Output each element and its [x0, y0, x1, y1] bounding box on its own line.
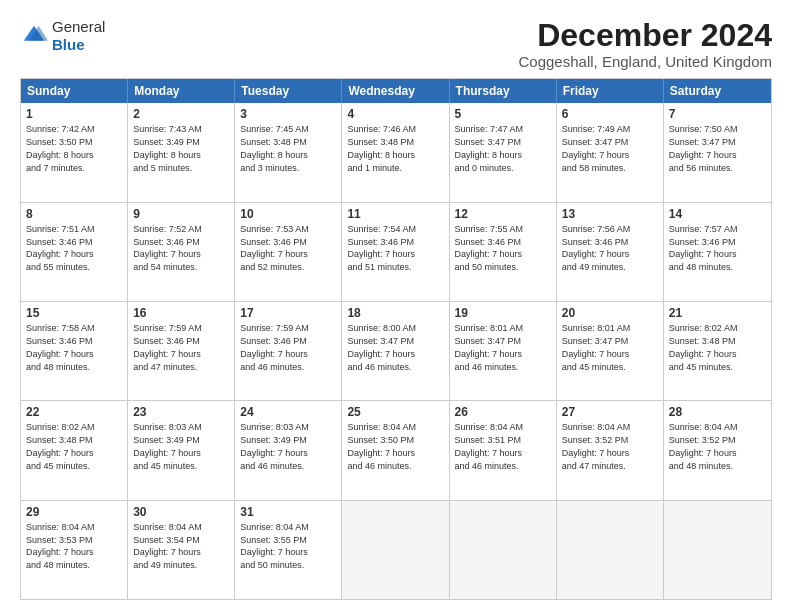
day-number: 26 — [455, 404, 551, 420]
cell-info: Sunrise: 8:02 AM Sunset: 3:48 PM Dayligh… — [669, 323, 738, 371]
cell-info: Sunrise: 8:03 AM Sunset: 3:49 PM Dayligh… — [133, 422, 202, 470]
calendar-week-2: 8Sunrise: 7:51 AM Sunset: 3:46 PM Daylig… — [21, 203, 771, 302]
cell-info: Sunrise: 8:04 AM Sunset: 3:53 PM Dayligh… — [26, 522, 95, 570]
calendar-header-saturday: Saturday — [664, 79, 771, 103]
calendar-body: 1Sunrise: 7:42 AM Sunset: 3:50 PM Daylig… — [21, 103, 771, 599]
day-number: 4 — [347, 106, 443, 122]
calendar-cell-2-6: 13Sunrise: 7:56 AM Sunset: 3:46 PM Dayli… — [557, 203, 664, 301]
calendar-cell-1-6: 6Sunrise: 7:49 AM Sunset: 3:47 PM Daylig… — [557, 103, 664, 201]
calendar-cell-5-3: 31Sunrise: 8:04 AM Sunset: 3:55 PM Dayli… — [235, 501, 342, 599]
calendar-cell-3-1: 15Sunrise: 7:58 AM Sunset: 3:46 PM Dayli… — [21, 302, 128, 400]
day-number: 5 — [455, 106, 551, 122]
calendar-cell-2-5: 12Sunrise: 7:55 AM Sunset: 3:46 PM Dayli… — [450, 203, 557, 301]
calendar-header-thursday: Thursday — [450, 79, 557, 103]
day-number: 13 — [562, 206, 658, 222]
calendar-cell-5-2: 30Sunrise: 8:04 AM Sunset: 3:54 PM Dayli… — [128, 501, 235, 599]
calendar-cell-4-4: 25Sunrise: 8:04 AM Sunset: 3:50 PM Dayli… — [342, 401, 449, 499]
cell-info: Sunrise: 7:54 AM Sunset: 3:46 PM Dayligh… — [347, 224, 416, 272]
logo-icon — [20, 22, 48, 50]
calendar-cell-5-6 — [557, 501, 664, 599]
calendar-cell-2-3: 10Sunrise: 7:53 AM Sunset: 3:46 PM Dayli… — [235, 203, 342, 301]
logo-blue: Blue — [52, 36, 85, 53]
calendar-week-1: 1Sunrise: 7:42 AM Sunset: 3:50 PM Daylig… — [21, 103, 771, 202]
cell-info: Sunrise: 7:46 AM Sunset: 3:48 PM Dayligh… — [347, 124, 416, 172]
cell-info: Sunrise: 8:01 AM Sunset: 3:47 PM Dayligh… — [562, 323, 631, 371]
day-number: 18 — [347, 305, 443, 321]
cell-info: Sunrise: 7:52 AM Sunset: 3:46 PM Dayligh… — [133, 224, 202, 272]
calendar-cell-2-4: 11Sunrise: 7:54 AM Sunset: 3:46 PM Dayli… — [342, 203, 449, 301]
cell-info: Sunrise: 8:04 AM Sunset: 3:54 PM Dayligh… — [133, 522, 202, 570]
day-number: 24 — [240, 404, 336, 420]
calendar-cell-1-7: 7Sunrise: 7:50 AM Sunset: 3:47 PM Daylig… — [664, 103, 771, 201]
header: General Blue December 2024 Coggeshall, E… — [20, 18, 772, 70]
day-number: 8 — [26, 206, 122, 222]
cell-info: Sunrise: 8:04 AM Sunset: 3:52 PM Dayligh… — [562, 422, 631, 470]
calendar-cell-4-5: 26Sunrise: 8:04 AM Sunset: 3:51 PM Dayli… — [450, 401, 557, 499]
logo-text: General Blue — [52, 18, 105, 54]
cell-info: Sunrise: 8:04 AM Sunset: 3:52 PM Dayligh… — [669, 422, 738, 470]
logo-general: General — [52, 18, 105, 35]
day-number: 16 — [133, 305, 229, 321]
logo: General Blue — [20, 18, 105, 54]
day-number: 11 — [347, 206, 443, 222]
subtitle: Coggeshall, England, United Kingdom — [519, 53, 773, 70]
calendar-header-sunday: Sunday — [21, 79, 128, 103]
calendar-cell-4-3: 24Sunrise: 8:03 AM Sunset: 3:49 PM Dayli… — [235, 401, 342, 499]
day-number: 17 — [240, 305, 336, 321]
day-number: 3 — [240, 106, 336, 122]
cell-info: Sunrise: 8:00 AM Sunset: 3:47 PM Dayligh… — [347, 323, 416, 371]
calendar-cell-1-4: 4Sunrise: 7:46 AM Sunset: 3:48 PM Daylig… — [342, 103, 449, 201]
cell-info: Sunrise: 8:01 AM Sunset: 3:47 PM Dayligh… — [455, 323, 524, 371]
calendar-cell-3-2: 16Sunrise: 7:59 AM Sunset: 3:46 PM Dayli… — [128, 302, 235, 400]
cell-info: Sunrise: 7:56 AM Sunset: 3:46 PM Dayligh… — [562, 224, 631, 272]
calendar-cell-4-2: 23Sunrise: 8:03 AM Sunset: 3:49 PM Dayli… — [128, 401, 235, 499]
cell-info: Sunrise: 7:42 AM Sunset: 3:50 PM Dayligh… — [26, 124, 95, 172]
cell-info: Sunrise: 7:58 AM Sunset: 3:46 PM Dayligh… — [26, 323, 95, 371]
day-number: 7 — [669, 106, 766, 122]
calendar-cell-1-3: 3Sunrise: 7:45 AM Sunset: 3:48 PM Daylig… — [235, 103, 342, 201]
calendar-cell-3-6: 20Sunrise: 8:01 AM Sunset: 3:47 PM Dayli… — [557, 302, 664, 400]
calendar-header-friday: Friday — [557, 79, 664, 103]
day-number: 6 — [562, 106, 658, 122]
calendar-cell-4-6: 27Sunrise: 8:04 AM Sunset: 3:52 PM Dayli… — [557, 401, 664, 499]
title-block: December 2024 Coggeshall, England, Unite… — [519, 18, 773, 70]
cell-info: Sunrise: 8:04 AM Sunset: 3:55 PM Dayligh… — [240, 522, 309, 570]
calendar-week-5: 29Sunrise: 8:04 AM Sunset: 3:53 PM Dayli… — [21, 501, 771, 599]
calendar-cell-2-1: 8Sunrise: 7:51 AM Sunset: 3:46 PM Daylig… — [21, 203, 128, 301]
day-number: 10 — [240, 206, 336, 222]
calendar-header-row: SundayMondayTuesdayWednesdayThursdayFrid… — [21, 79, 771, 103]
calendar-cell-4-7: 28Sunrise: 8:04 AM Sunset: 3:52 PM Dayli… — [664, 401, 771, 499]
day-number: 1 — [26, 106, 122, 122]
calendar-header-tuesday: Tuesday — [235, 79, 342, 103]
cell-info: Sunrise: 7:45 AM Sunset: 3:48 PM Dayligh… — [240, 124, 309, 172]
day-number: 15 — [26, 305, 122, 321]
day-number: 19 — [455, 305, 551, 321]
calendar-cell-3-4: 18Sunrise: 8:00 AM Sunset: 3:47 PM Dayli… — [342, 302, 449, 400]
day-number: 2 — [133, 106, 229, 122]
cell-info: Sunrise: 7:59 AM Sunset: 3:46 PM Dayligh… — [133, 323, 202, 371]
cell-info: Sunrise: 7:49 AM Sunset: 3:47 PM Dayligh… — [562, 124, 631, 172]
day-number: 30 — [133, 504, 229, 520]
cell-info: Sunrise: 8:02 AM Sunset: 3:48 PM Dayligh… — [26, 422, 95, 470]
day-number: 29 — [26, 504, 122, 520]
calendar-cell-5-4 — [342, 501, 449, 599]
calendar-week-3: 15Sunrise: 7:58 AM Sunset: 3:46 PM Dayli… — [21, 302, 771, 401]
cell-info: Sunrise: 7:43 AM Sunset: 3:49 PM Dayligh… — [133, 124, 202, 172]
calendar-cell-4-1: 22Sunrise: 8:02 AM Sunset: 3:48 PM Dayli… — [21, 401, 128, 499]
calendar-cell-2-2: 9Sunrise: 7:52 AM Sunset: 3:46 PM Daylig… — [128, 203, 235, 301]
day-number: 27 — [562, 404, 658, 420]
cell-info: Sunrise: 7:51 AM Sunset: 3:46 PM Dayligh… — [26, 224, 95, 272]
calendar-header-monday: Monday — [128, 79, 235, 103]
cell-info: Sunrise: 8:04 AM Sunset: 3:50 PM Dayligh… — [347, 422, 416, 470]
day-number: 31 — [240, 504, 336, 520]
calendar-header-wednesday: Wednesday — [342, 79, 449, 103]
calendar-cell-5-7 — [664, 501, 771, 599]
day-number: 28 — [669, 404, 766, 420]
calendar-cell-2-7: 14Sunrise: 7:57 AM Sunset: 3:46 PM Dayli… — [664, 203, 771, 301]
calendar-cell-3-3: 17Sunrise: 7:59 AM Sunset: 3:46 PM Dayli… — [235, 302, 342, 400]
calendar-cell-5-5 — [450, 501, 557, 599]
calendar-cell-1-1: 1Sunrise: 7:42 AM Sunset: 3:50 PM Daylig… — [21, 103, 128, 201]
cell-info: Sunrise: 7:57 AM Sunset: 3:46 PM Dayligh… — [669, 224, 738, 272]
cell-info: Sunrise: 8:04 AM Sunset: 3:51 PM Dayligh… — [455, 422, 524, 470]
day-number: 14 — [669, 206, 766, 222]
